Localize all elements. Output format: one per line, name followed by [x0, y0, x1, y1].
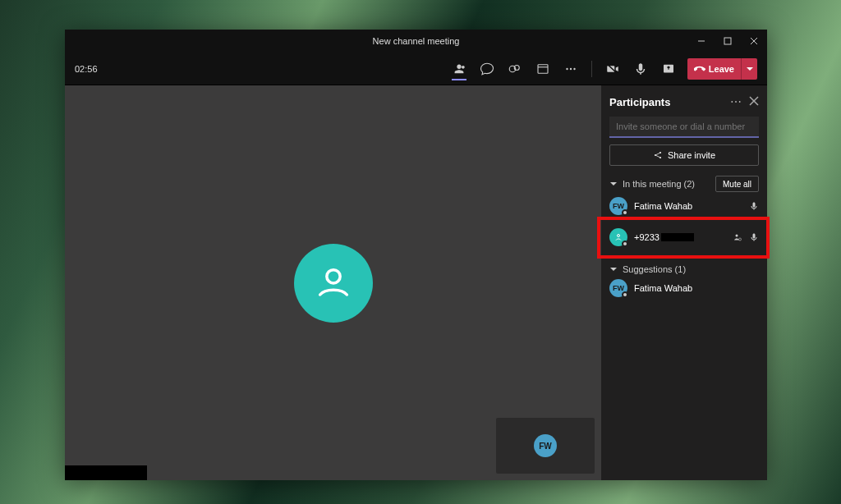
meeting-toolbar: 02:56 [65, 53, 767, 85]
presence-icon [622, 291, 628, 298]
avatar [609, 228, 627, 246]
svg-point-9 [573, 67, 575, 69]
participant-name: Fatima Wahab [634, 201, 742, 211]
redacted-text [661, 233, 694, 241]
participant-name: Fatima Wahab [634, 283, 759, 293]
title-bar: New channel meeting [65, 30, 767, 53]
leave-dropdown[interactable] [741, 58, 757, 80]
share-button[interactable] [655, 53, 682, 85]
self-video-tile[interactable]: FW [496, 418, 595, 474]
chevron-down-icon[interactable] [609, 180, 618, 188]
panel-more-icon[interactable]: ⋯ [729, 95, 742, 108]
svg-rect-6 [538, 64, 548, 73]
meeting-stage: FW [65, 85, 601, 480]
window-controls [688, 30, 767, 53]
participant-row[interactable]: FW Fatima Wahab [609, 192, 759, 220]
mic-icon [749, 232, 759, 242]
avatar: FW [609, 279, 627, 297]
mic-icon [749, 201, 759, 211]
section-suggestions: Suggestions (1) FW Fatima Wahab [609, 264, 759, 302]
participant-row[interactable]: FW Fatima Wahab [609, 274, 759, 302]
svg-point-12 [326, 269, 339, 282]
leave-button[interactable]: Leave [687, 58, 757, 80]
person-badge-icon [733, 232, 742, 242]
app-window: New channel meeting 02:56 [65, 30, 767, 480]
presence-icon [622, 241, 628, 247]
section-in-meeting: In this meeting (2) Mute all FW Fatima W… [609, 176, 759, 254]
maximize-button[interactable] [715, 30, 741, 53]
participant-row[interactable]: +9233 [609, 220, 759, 254]
more-actions-button[interactable] [557, 53, 585, 85]
participant-name: +9233 [634, 232, 726, 242]
mic-button[interactable] [627, 53, 655, 85]
svg-point-17 [659, 157, 661, 158]
panel-header: Participants ⋯ [609, 90, 759, 110]
presence-icon [622, 209, 628, 216]
section-in-meeting-label: In this meeting (2) [623, 179, 695, 189]
rooms-button[interactable] [529, 53, 557, 85]
svg-point-7 [566, 67, 568, 69]
participants-panel: Participants ⋯ Share invite In [601, 85, 767, 480]
close-button[interactable] [741, 30, 767, 53]
share-invite-label: Share invite [668, 150, 715, 160]
svg-point-15 [655, 154, 656, 156]
minimize-button[interactable] [688, 30, 715, 53]
self-avatar: FW [534, 434, 557, 457]
panel-title: Participants [609, 96, 670, 108]
svg-point-19 [736, 235, 738, 237]
section-suggestions-label: Suggestions (1) [623, 264, 686, 274]
main-area: FW Participants ⋯ Share invite [65, 85, 767, 480]
svg-point-20 [739, 238, 742, 241]
svg-point-8 [570, 67, 572, 69]
remote-participant-avatar [294, 244, 373, 323]
invite-input[interactable] [609, 117, 759, 138]
window-title: New channel meeting [373, 36, 460, 46]
meeting-duration: 02:56 [75, 64, 98, 74]
people-button[interactable] [445, 53, 473, 85]
panel-close-button[interactable] [749, 96, 759, 108]
mute-all-button[interactable]: Mute all [715, 176, 759, 192]
svg-point-18 [618, 235, 620, 237]
svg-rect-1 [724, 38, 731, 44]
chevron-down-icon[interactable] [609, 265, 618, 273]
chat-button[interactable] [473, 53, 501, 85]
camera-button[interactable] [599, 53, 627, 85]
reactions-button[interactable] [501, 53, 529, 85]
leave-label: Leave [709, 64, 734, 74]
share-invite-button[interactable]: Share invite [609, 144, 759, 166]
avatar: FW [609, 197, 627, 215]
svg-point-16 [659, 152, 661, 153]
